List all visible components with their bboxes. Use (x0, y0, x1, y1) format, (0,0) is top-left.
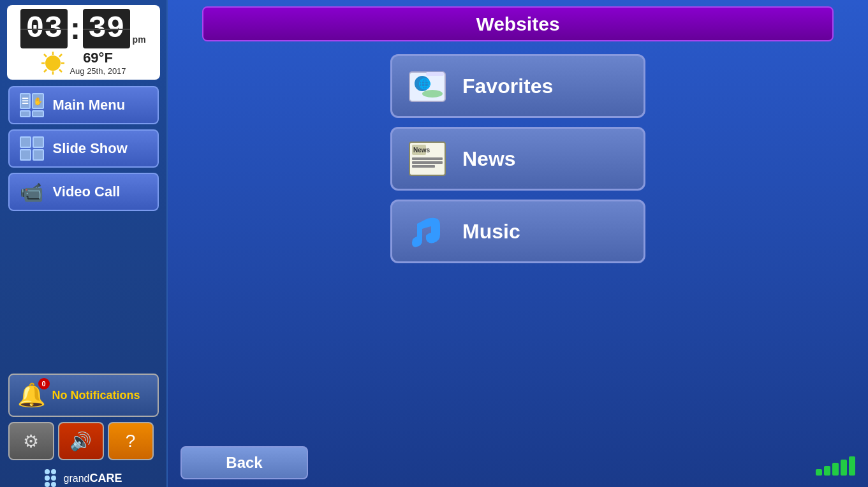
svg-point-11 (422, 90, 443, 98)
help-icon: ? (126, 431, 136, 451)
notification-badge: 0 (38, 378, 50, 389)
svg-rect-13 (426, 72, 444, 76)
clock-hours: 03 (20, 9, 68, 48)
bell-icon-wrapper: 🔔 0 (17, 382, 46, 409)
signal-bar-5 (849, 456, 855, 476)
news-label: News (462, 147, 516, 171)
main-menu-button[interactable]: ☰ ✋ Main Menu (8, 86, 159, 124)
clock-widget: 03 : 39 pm 69°F (7, 5, 160, 80)
news-icon: News (405, 136, 450, 181)
slide-show-label: Slide Show (53, 140, 128, 157)
notifications-button[interactable]: 🔔 0 No Notifications (8, 374, 159, 417)
signal-bar-2 (824, 466, 830, 476)
weather-info: 69°F Aug 25th, 2017 (70, 50, 126, 76)
volume-button[interactable]: 🔊 (58, 422, 104, 460)
music-label: Music (462, 220, 520, 244)
temperature: 69°F (83, 50, 113, 66)
gc-dots-icon (45, 469, 60, 487)
main-menu-label: Main Menu (53, 97, 126, 113)
main-menu-icon: ☰ ✋ (17, 91, 47, 120)
settings-button[interactable]: ⚙ (8, 422, 54, 460)
grandcare-logo: grandCARE (45, 469, 122, 487)
svg-rect-18 (412, 165, 435, 168)
svg-line-5 (44, 54, 47, 57)
signal-bars (816, 456, 855, 476)
music-button[interactable]: Music (390, 200, 645, 263)
slide-show-button[interactable]: Slide Show (8, 129, 159, 168)
svg-rect-16 (412, 157, 443, 160)
favorites-label: Favorites (462, 75, 553, 98)
settings-icon: ⚙ (23, 431, 39, 452)
page-title: Websites (476, 13, 559, 35)
weather-row: 69°F Aug 25th, 2017 (40, 50, 126, 76)
bottom-buttons: ⚙ 🔊 ? (8, 422, 159, 460)
news-button[interactable]: News News (390, 127, 645, 191)
svg-text:News: News (413, 147, 430, 154)
back-label: Back (226, 454, 262, 472)
favorites-button[interactable]: 🌐 Favorites (390, 54, 645, 118)
notifications-label: No Notifications (52, 389, 140, 402)
signal-bar-1 (816, 469, 822, 476)
clock-period: pm (133, 34, 146, 45)
video-call-icon: 📹 (17, 177, 47, 207)
sun-icon (40, 50, 66, 76)
svg-line-6 (59, 69, 62, 72)
notifications-area: 🔔 0 No Notifications ⚙ 🔊 ? (8, 374, 159, 460)
svg-line-7 (59, 54, 62, 57)
clock-separator: : (70, 9, 80, 48)
video-call-label: Video Call (53, 184, 121, 200)
volume-icon: 🔊 (70, 431, 92, 452)
back-button[interactable]: Back (180, 446, 308, 479)
svg-text:🌐: 🌐 (418, 78, 431, 90)
main-header: Websites (202, 6, 834, 41)
signal-bar-4 (841, 460, 847, 476)
signal-bar-3 (832, 463, 839, 476)
video-call-button[interactable]: 📹 Video Call (8, 173, 159, 211)
svg-rect-17 (412, 161, 443, 164)
date: Aug 25th, 2017 (70, 66, 126, 76)
favorites-icon: 🌐 (405, 64, 450, 108)
music-icon (405, 209, 450, 254)
logo-text: grandCARE (64, 472, 122, 485)
slide-show-icon (17, 134, 47, 163)
sidebar: 03 : 39 pm 69°F (0, 0, 168, 487)
svg-line-8 (44, 69, 47, 72)
help-button[interactable]: ? (108, 422, 154, 460)
main-content: Websites 🌐 Favorites News (168, 0, 868, 487)
svg-point-0 (45, 55, 61, 71)
clock-minutes: 39 (83, 9, 130, 48)
